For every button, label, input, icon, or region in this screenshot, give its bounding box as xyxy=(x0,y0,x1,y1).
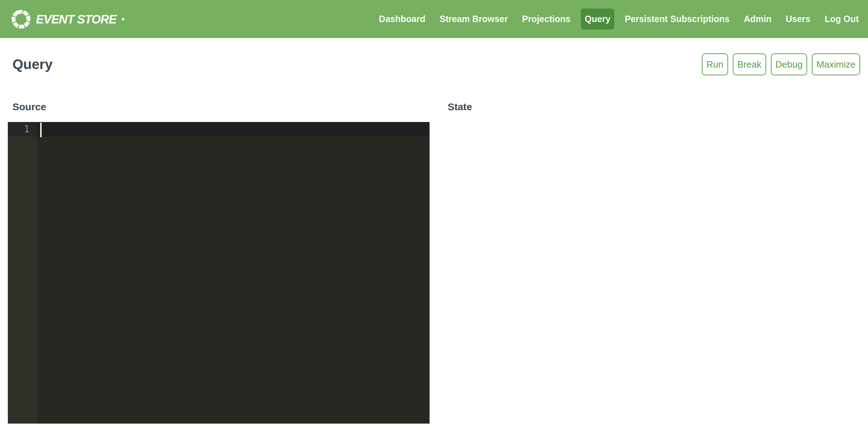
editor-gutter xyxy=(8,122,37,424)
page-title: Query xyxy=(12,57,53,72)
nav-item-projections[interactable]: Projections xyxy=(522,14,570,24)
editor-line-number: 1 xyxy=(8,122,37,137)
event-store-wordmark: EVENT STORE xyxy=(36,12,116,26)
state-content xyxy=(448,122,860,424)
page-header: Query RunBreakDebugMaximize xyxy=(0,38,868,76)
nav-items: DashboardStream BrowserProjectionsQueryP… xyxy=(372,0,866,38)
nav-item-dashboard[interactable]: Dashboard xyxy=(379,14,426,24)
top-navbar: EVENT STORE DashboardStream BrowserProje… xyxy=(0,0,868,38)
debug-button[interactable]: Debug xyxy=(771,53,807,75)
maximize-button[interactable]: Maximize xyxy=(812,53,860,75)
source-editor[interactable]: 1 xyxy=(8,122,430,424)
event-store-logo[interactable]: EVENT STORE xyxy=(11,9,124,30)
break-button[interactable]: Break xyxy=(733,53,766,75)
event-store-ring-icon xyxy=(11,9,31,30)
header-buttons: RunBreakDebugMaximize xyxy=(702,53,860,75)
source-panel-label: Source xyxy=(12,101,46,113)
state-panel-label: State xyxy=(448,101,472,113)
editor-cursor xyxy=(40,123,42,137)
nav-item-query[interactable]: Query xyxy=(581,9,614,30)
logo-trademark-dot xyxy=(122,18,124,20)
nav-item-persistent-subscriptions[interactable]: Persistent Subscriptions xyxy=(625,14,730,24)
editor-active-line xyxy=(8,122,430,137)
nav-item-admin[interactable]: Admin xyxy=(744,14,772,24)
nav-item-stream-browser[interactable]: Stream Browser xyxy=(440,14,508,24)
nav-item-log-out[interactable]: Log Out xyxy=(825,14,859,24)
nav-item-users[interactable]: Users xyxy=(786,14,811,24)
run-button[interactable]: Run xyxy=(702,53,728,75)
